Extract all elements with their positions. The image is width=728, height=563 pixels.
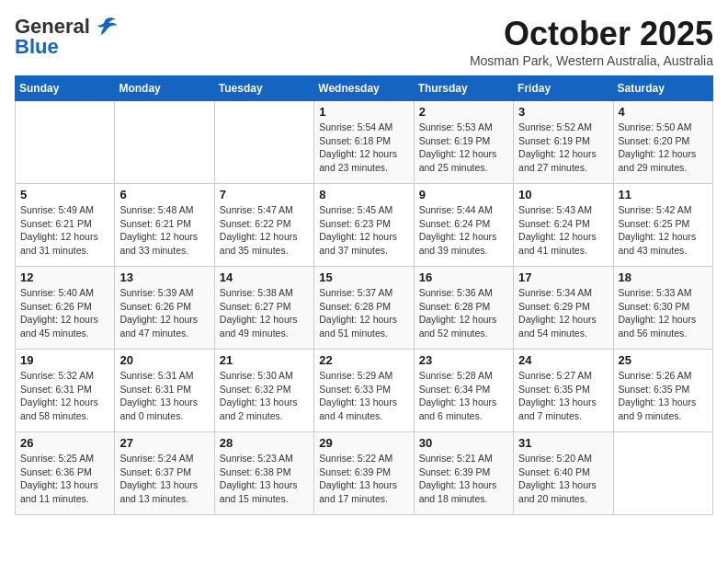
day-info: Sunrise: 5:43 AMSunset: 6:24 PMDaylight:… xyxy=(518,203,608,258)
day-info: Sunrise: 5:34 AMSunset: 6:29 PMDaylight:… xyxy=(518,286,608,340)
calendar-cell: 9Sunrise: 5:44 AMSunset: 6:24 PMDaylight… xyxy=(414,184,513,267)
day-number: 22 xyxy=(319,353,408,367)
day-info: Sunrise: 5:38 AMSunset: 6:27 PMDaylight:… xyxy=(220,286,309,340)
calendar-cell: 16Sunrise: 5:36 AMSunset: 6:28 PMDayligh… xyxy=(414,267,513,350)
calendar-cell xyxy=(16,101,115,184)
day-number: 29 xyxy=(319,436,408,450)
weekday-header: Wednesday xyxy=(314,76,414,101)
day-info: Sunrise: 5:30 AMSunset: 6:32 PMDaylight:… xyxy=(220,369,309,423)
day-info: Sunrise: 5:42 AMSunset: 6:25 PMDaylight:… xyxy=(619,203,708,258)
weekday-header: Thursday xyxy=(414,76,513,101)
day-info: Sunrise: 5:45 AMSunset: 6:23 PMDaylight:… xyxy=(319,203,408,258)
day-info: Sunrise: 5:54 AMSunset: 6:18 PMDaylight:… xyxy=(319,121,408,175)
day-info: Sunrise: 5:29 AMSunset: 6:33 PMDaylight:… xyxy=(319,369,408,423)
calendar-cell: 28Sunrise: 5:23 AMSunset: 6:38 PMDayligh… xyxy=(214,432,313,515)
day-info: Sunrise: 5:32 AMSunset: 6:31 PMDaylight:… xyxy=(20,369,109,423)
weekday-header: Tuesday xyxy=(214,76,313,101)
calendar-cell: 4Sunrise: 5:50 AMSunset: 6:20 PMDaylight… xyxy=(613,101,712,184)
day-number: 28 xyxy=(220,436,309,450)
weekday-header: Monday xyxy=(115,76,214,101)
calendar-cell: 27Sunrise: 5:24 AMSunset: 6:37 PMDayligh… xyxy=(115,432,214,515)
calendar-cell: 26Sunrise: 5:25 AMSunset: 6:36 PMDayligh… xyxy=(16,432,115,515)
calendar-week-row: 19Sunrise: 5:32 AMSunset: 6:31 PMDayligh… xyxy=(16,350,713,432)
calendar-cell: 29Sunrise: 5:22 AMSunset: 6:39 PMDayligh… xyxy=(314,432,414,515)
logo: General Blue xyxy=(15,15,118,59)
day-info: Sunrise: 5:48 AMSunset: 6:21 PMDaylight:… xyxy=(119,203,209,258)
calendar-cell: 3Sunrise: 5:52 AMSunset: 6:19 PMDaylight… xyxy=(514,101,613,184)
calendar-cell: 1Sunrise: 5:54 AMSunset: 6:18 PMDaylight… xyxy=(314,101,414,184)
calendar-cell: 23Sunrise: 5:28 AMSunset: 6:34 PMDayligh… xyxy=(414,350,513,432)
day-number: 19 xyxy=(20,353,109,367)
day-number: 14 xyxy=(220,270,309,284)
day-info: Sunrise: 5:33 AMSunset: 6:30 PMDaylight:… xyxy=(619,286,708,340)
day-info: Sunrise: 5:21 AMSunset: 6:39 PMDaylight:… xyxy=(419,452,508,506)
day-info: Sunrise: 5:27 AMSunset: 6:35 PMDaylight:… xyxy=(518,369,608,423)
calendar-cell: 11Sunrise: 5:42 AMSunset: 6:25 PMDayligh… xyxy=(613,184,712,267)
day-number: 25 xyxy=(619,353,708,367)
calendar-cell: 8Sunrise: 5:45 AMSunset: 6:23 PMDaylight… xyxy=(314,184,414,267)
calendar-week-row: 5Sunrise: 5:49 AMSunset: 6:21 PMDaylight… xyxy=(16,184,713,267)
calendar-cell: 6Sunrise: 5:48 AMSunset: 6:21 PMDaylight… xyxy=(115,184,214,267)
day-number: 2 xyxy=(419,105,508,119)
day-info: Sunrise: 5:25 AMSunset: 6:36 PMDaylight:… xyxy=(20,452,109,506)
day-info: Sunrise: 5:49 AMSunset: 6:21 PMDaylight:… xyxy=(20,203,109,258)
day-info: Sunrise: 5:37 AMSunset: 6:28 PMDaylight:… xyxy=(319,286,408,340)
logo-blue: Blue xyxy=(15,35,59,59)
calendar-cell xyxy=(115,101,214,184)
day-info: Sunrise: 5:23 AMSunset: 6:38 PMDaylight:… xyxy=(220,452,309,506)
day-info: Sunrise: 5:20 AMSunset: 6:40 PMDaylight:… xyxy=(518,452,608,506)
day-number: 30 xyxy=(419,436,508,450)
day-number: 21 xyxy=(220,353,309,367)
day-number: 31 xyxy=(518,436,608,450)
day-info: Sunrise: 5:52 AMSunset: 6:19 PMDaylight:… xyxy=(518,121,608,175)
day-info: Sunrise: 5:44 AMSunset: 6:24 PMDaylight:… xyxy=(419,203,508,258)
calendar-cell: 30Sunrise: 5:21 AMSunset: 6:39 PMDayligh… xyxy=(414,432,513,515)
calendar-cell xyxy=(214,101,313,184)
title-section: October 2025 Mosman Park, Western Austra… xyxy=(470,15,713,68)
weekday-header-row: SundayMondayTuesdayWednesdayThursdayFrid… xyxy=(16,76,713,101)
calendar-cell: 31Sunrise: 5:20 AMSunset: 6:40 PMDayligh… xyxy=(514,432,613,515)
calendar-cell: 14Sunrise: 5:38 AMSunset: 6:27 PMDayligh… xyxy=(214,267,313,350)
calendar-cell: 10Sunrise: 5:43 AMSunset: 6:24 PMDayligh… xyxy=(514,184,613,267)
day-info: Sunrise: 5:47 AMSunset: 6:22 PMDaylight:… xyxy=(220,203,309,258)
day-info: Sunrise: 5:24 AMSunset: 6:37 PMDaylight:… xyxy=(119,452,209,506)
day-number: 20 xyxy=(119,353,209,367)
day-number: 3 xyxy=(518,105,608,119)
calendar-table: SundayMondayTuesdayWednesdayThursdayFrid… xyxy=(15,75,713,515)
day-info: Sunrise: 5:40 AMSunset: 6:26 PMDaylight:… xyxy=(20,286,109,340)
day-number: 5 xyxy=(20,188,109,201)
day-number: 17 xyxy=(518,270,608,284)
calendar-cell: 7Sunrise: 5:47 AMSunset: 6:22 PMDaylight… xyxy=(214,184,313,267)
day-number: 10 xyxy=(518,188,608,201)
calendar-cell: 25Sunrise: 5:26 AMSunset: 6:35 PMDayligh… xyxy=(613,350,712,432)
calendar-cell: 15Sunrise: 5:37 AMSunset: 6:28 PMDayligh… xyxy=(314,267,414,350)
weekday-header: Sunday xyxy=(16,76,115,101)
day-info: Sunrise: 5:22 AMSunset: 6:39 PMDaylight:… xyxy=(319,452,408,506)
day-info: Sunrise: 5:53 AMSunset: 6:19 PMDaylight:… xyxy=(419,121,508,175)
day-info: Sunrise: 5:26 AMSunset: 6:35 PMDaylight:… xyxy=(619,369,708,423)
day-info: Sunrise: 5:36 AMSunset: 6:28 PMDaylight:… xyxy=(419,286,508,340)
day-number: 27 xyxy=(119,436,209,450)
calendar-week-row: 12Sunrise: 5:40 AMSunset: 6:26 PMDayligh… xyxy=(16,267,713,350)
calendar-week-row: 1Sunrise: 5:54 AMSunset: 6:18 PMDaylight… xyxy=(16,101,713,184)
calendar-cell: 20Sunrise: 5:31 AMSunset: 6:31 PMDayligh… xyxy=(115,350,214,432)
day-number: 18 xyxy=(619,270,708,284)
day-number: 26 xyxy=(20,436,109,450)
calendar-cell: 22Sunrise: 5:29 AMSunset: 6:33 PMDayligh… xyxy=(314,350,414,432)
day-number: 7 xyxy=(220,188,309,201)
day-number: 6 xyxy=(119,188,209,201)
day-number: 13 xyxy=(119,270,209,284)
calendar-cell: 21Sunrise: 5:30 AMSunset: 6:32 PMDayligh… xyxy=(214,350,313,432)
day-number: 12 xyxy=(20,270,109,284)
calendar-subtitle: Mosman Park, Western Australia, Australi… xyxy=(470,53,713,68)
weekday-header: Friday xyxy=(514,76,613,101)
calendar-cell: 5Sunrise: 5:49 AMSunset: 6:21 PMDaylight… xyxy=(16,184,115,267)
day-info: Sunrise: 5:50 AMSunset: 6:20 PMDaylight:… xyxy=(619,121,708,175)
calendar-title: October 2025 xyxy=(470,15,713,53)
day-number: 16 xyxy=(419,270,508,284)
logo-bird-icon xyxy=(92,17,118,37)
calendar-cell: 18Sunrise: 5:33 AMSunset: 6:30 PMDayligh… xyxy=(613,267,712,350)
day-number: 4 xyxy=(619,105,708,119)
day-number: 8 xyxy=(319,188,408,201)
weekday-header: Saturday xyxy=(613,76,712,101)
